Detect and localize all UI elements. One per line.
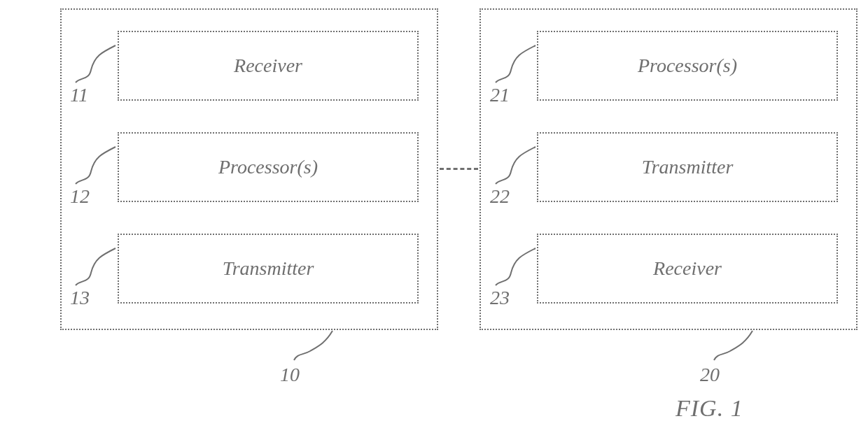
connector-line	[440, 168, 478, 170]
block-label: Processor(s)	[218, 156, 318, 178]
ref-11: 11	[70, 84, 88, 106]
block-label: Transmitter	[642, 156, 734, 178]
ref-23: 23	[490, 287, 510, 309]
block-label: Transmitter	[223, 257, 314, 280]
ref-22: 22	[490, 185, 510, 208]
block-receiver-right: Receiver	[537, 234, 838, 304]
ref-12: 12	[70, 185, 90, 208]
figure-caption: FIG. 1	[676, 395, 743, 421]
leader-10	[290, 329, 340, 367]
block-processor-right: Processor(s)	[537, 31, 838, 101]
block-processor-left: Processor(s)	[118, 132, 419, 202]
block-label: Receiver	[234, 55, 302, 77]
diagram-canvas: Receiver Processor(s) Transmitter Proces…	[0, 0, 868, 421]
ref-13: 13	[70, 287, 90, 309]
block-transmitter-right: Transmitter	[537, 132, 838, 202]
ref-21: 21	[490, 84, 510, 106]
block-transmitter-left: Transmitter	[118, 234, 419, 304]
leader-20	[710, 329, 760, 367]
block-label: Receiver	[653, 257, 722, 280]
ref-20: 20	[700, 364, 720, 386]
block-receiver-left: Receiver	[118, 31, 419, 101]
ref-10: 10	[280, 364, 300, 386]
block-label: Processor(s)	[638, 55, 737, 77]
